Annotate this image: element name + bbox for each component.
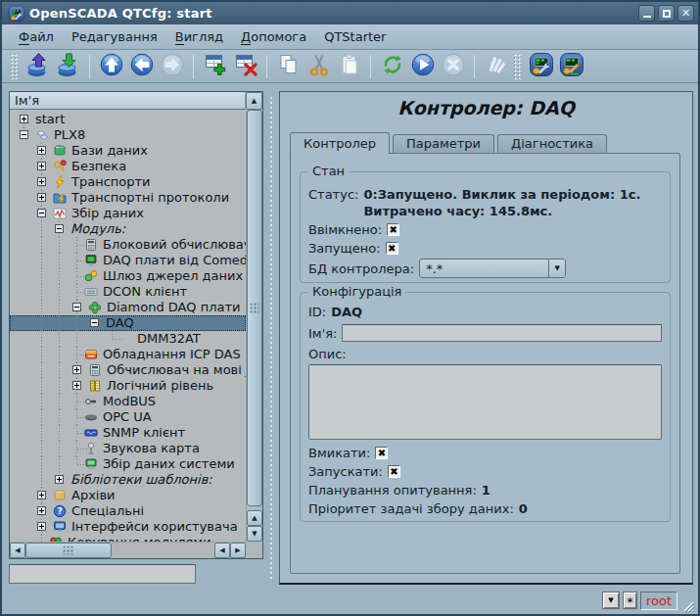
up-button[interactable] <box>96 52 126 81</box>
tree-item[interactable]: DMM32AT <box>10 331 246 347</box>
running-checkbox[interactable]: ✖ <box>386 242 398 255</box>
tree-hscroll-left-button[interactable]: ◀ <box>10 543 25 558</box>
expand-icon[interactable] <box>37 177 46 186</box>
tree-item[interactable]: Збір даних <box>10 206 246 221</box>
expand-icon[interactable] <box>20 115 28 123</box>
tree-scroll-up-button[interactable]: ▲ <box>246 92 262 110</box>
dcon-icon <box>84 285 98 299</box>
close-button[interactable]: ✕ <box>677 5 694 22</box>
copy-button[interactable] <box>273 52 303 81</box>
expand-icon[interactable] <box>37 506 46 515</box>
tree-item[interactable]: DAQ плати від Comedi <box>10 253 246 268</box>
controller-db-combobox[interactable]: *.* ▼ <box>419 259 566 278</box>
tree-item[interactable]: Бази даних <box>10 143 246 159</box>
tree-item-label: start <box>35 112 65 127</box>
menu-item-3[interactable]: Вигляд <box>166 26 232 47</box>
expand-icon[interactable] <box>72 381 81 390</box>
tree-item[interactable]: Керування модулями <box>10 535 246 542</box>
titlebar[interactable]: OpenSCADA QTCfg: start ✕ <box>2 2 698 24</box>
tab-2[interactable]: Параметри <box>393 134 494 153</box>
expand-icon[interactable] <box>37 193 46 202</box>
minimize-button[interactable] <box>638 5 655 22</box>
tree-item[interactable]: Транспортні протоколи <box>10 190 246 206</box>
delete-item-button[interactable] <box>230 52 260 81</box>
tree-item[interactable]: Інтерфейси користувача <box>10 519 246 535</box>
expand-icon[interactable] <box>37 522 46 531</box>
expand-icon[interactable] <box>37 146 46 155</box>
tree-item[interactable]: Бібліотеки шаблонів: <box>10 472 246 488</box>
collapse-icon[interactable] <box>72 303 81 311</box>
tree-item[interactable]: OPC UA <box>10 409 246 425</box>
tree-vscroll-up-button[interactable]: ▲ <box>247 510 262 526</box>
name-input[interactable] <box>342 324 662 342</box>
db-load-button[interactable] <box>23 52 53 81</box>
status-label: Статус: <box>308 186 358 203</box>
menu-item-4[interactable]: Допомога <box>232 26 315 47</box>
resize-grip[interactable] <box>681 599 694 612</box>
tree-item-selected[interactable]: DAQ <box>10 315 246 331</box>
window-title: OpenSCADA QTCfg: start <box>29 6 635 21</box>
expand-icon[interactable] <box>37 162 46 170</box>
collapse-icon[interactable] <box>90 318 99 327</box>
tree-item[interactable]: Збір даних системи <box>10 456 246 472</box>
tab-3[interactable]: Діагностика <box>497 134 607 153</box>
toolbar-handle[interactable] <box>11 54 18 79</box>
expand-icon[interactable] <box>37 491 46 499</box>
tree-hscroll-right-button[interactable]: ▶ <box>230 543 246 558</box>
collapse-icon[interactable] <box>55 224 64 233</box>
tree-item[interactable]: Diamond DAQ плати <box>10 300 246 315</box>
menu-item-1[interactable]: Файл <box>10 26 63 47</box>
qtcfg-button[interactable] <box>526 52 556 81</box>
status-star-button[interactable]: * <box>623 592 637 609</box>
tree-item[interactable]: Модуль: <box>10 221 246 237</box>
tree-item[interactable]: ?Спеціальні <box>10 503 246 519</box>
add-item-button[interactable] <box>200 52 230 81</box>
tree-item[interactable]: Обчислювач на мові JavaLikeCalc <box>10 362 246 378</box>
tree-vscrollbar[interactable]: ▲ ▼ <box>246 110 262 542</box>
tree-hscrollbar[interactable]: ◀ ◀ ▶ <box>10 542 246 558</box>
collapse-icon[interactable] <box>37 209 46 217</box>
tree-hscroll-left2-button[interactable]: ◀ <box>214 543 230 558</box>
tree-item[interactable]: PLX8 <box>10 127 246 143</box>
tree-item[interactable]: ModBUS <box>10 394 246 409</box>
tree-item[interactable]: Звукова карта <box>10 441 246 456</box>
tree-item[interactable]: SNMP клієнт <box>10 425 246 441</box>
collapse-icon[interactable] <box>20 130 28 139</box>
enable-checkbox[interactable]: ✖ <box>375 447 388 459</box>
tree-item[interactable]: Логічний рівень <box>10 378 246 394</box>
tree-filter-input[interactable] <box>9 564 196 584</box>
schedule-label: Планування опитування: <box>308 482 477 498</box>
tree-vscroll-slider[interactable] <box>247 110 262 506</box>
tree-vscroll-down-button[interactable]: ▼ <box>247 526 262 542</box>
tree-item[interactable]: Обладнання ICP DAS <box>10 347 246 362</box>
toolbar-handle[interactable] <box>514 54 521 79</box>
menu-item-5[interactable]: QTStarter <box>315 26 395 47</box>
menu-item-2[interactable]: Редагування <box>63 26 166 47</box>
qtvision-button[interactable] <box>556 52 586 81</box>
refresh-button[interactable] <box>377 52 407 81</box>
expand-icon[interactable] <box>55 475 64 484</box>
tree-item[interactable]: Блоковий обчислювач <box>10 237 246 253</box>
cut-button[interactable] <box>303 52 334 81</box>
enabled-checkbox[interactable]: ✖ <box>387 223 399 236</box>
state-group: Стан Статус: 0:Запущено. Виклик за періо… <box>300 171 671 283</box>
maximize-button[interactable] <box>658 5 675 22</box>
tree-header[interactable]: Ім'я <box>10 92 246 110</box>
splitter-handle[interactable] <box>263 91 279 587</box>
status-dropdown-button[interactable]: ▼ <box>602 592 620 609</box>
tree-item[interactable]: Архіви <box>10 488 246 503</box>
minimize-icon <box>643 16 651 18</box>
tree-item[interactable]: Безпека <box>10 159 246 174</box>
db-save-button[interactable] <box>53 52 83 81</box>
description-textarea[interactable] <box>308 364 662 440</box>
tree-item[interactable]: Транспорти <box>10 174 246 190</box>
start-button[interactable] <box>407 52 438 81</box>
start-checkbox[interactable]: ✖ <box>388 465 400 478</box>
back-button[interactable] <box>126 52 157 81</box>
tab-1[interactable]: Контролер <box>290 132 390 154</box>
expand-icon[interactable] <box>72 365 81 374</box>
tree-hscroll-slider[interactable] <box>25 543 112 558</box>
tree-item[interactable]: DCON клієнт <box>10 284 246 300</box>
tree-item[interactable]: Шлюз джерел даних <box>10 268 246 284</box>
tree-item[interactable]: start <box>10 112 246 127</box>
